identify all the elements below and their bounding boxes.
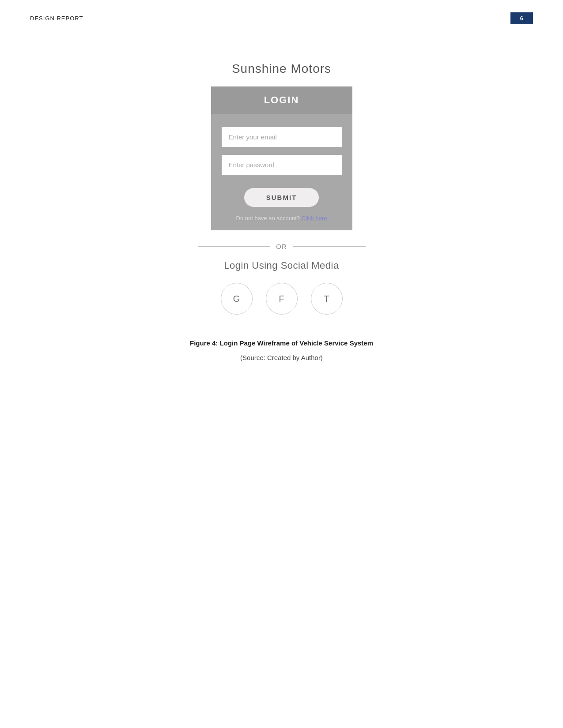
- submit-button-wrap: SUBMIT: [244, 188, 319, 207]
- figure-caption-main: Figure 4: Login Page Wireframe of Vehicl…: [190, 339, 373, 347]
- report-label: DESIGN REPORT: [30, 15, 83, 22]
- submit-button[interactable]: SUBMIT: [244, 188, 319, 207]
- login-card-header: LOGIN: [211, 86, 352, 114]
- social-buttons-row: G F T: [221, 283, 343, 315]
- page-number: 6: [510, 12, 533, 24]
- figure-caption-sub: (Source: Created by Author): [190, 354, 373, 361]
- or-line-right: [293, 246, 366, 247]
- or-line-left: [198, 246, 270, 247]
- social-login-title: Login Using Social Media: [224, 260, 339, 271]
- register-link[interactable]: Click here: [302, 215, 327, 221]
- register-row: Do not have an account? Click here: [226, 215, 338, 221]
- facebook-login-button[interactable]: F: [266, 283, 298, 315]
- no-account-text: Do not have an account?: [236, 215, 300, 221]
- login-heading: LOGIN: [264, 94, 299, 105]
- or-divider: OR: [198, 243, 366, 250]
- main-content: Sunshine Motors LOGIN SUBMIT Do not have…: [0, 62, 563, 361]
- figure-caption: Figure 4: Login Page Wireframe of Vehicl…: [190, 339, 373, 361]
- google-login-button[interactable]: G: [221, 283, 253, 315]
- password-input[interactable]: [222, 155, 342, 175]
- login-fields: [211, 114, 352, 179]
- login-card: LOGIN SUBMIT Do not have an account? Cli…: [211, 86, 352, 230]
- twitter-login-button[interactable]: T: [311, 283, 343, 315]
- app-title: Sunshine Motors: [232, 62, 331, 76]
- page-header: DESIGN REPORT 6: [0, 12, 563, 24]
- or-text: OR: [276, 243, 287, 250]
- email-input[interactable]: [222, 127, 342, 147]
